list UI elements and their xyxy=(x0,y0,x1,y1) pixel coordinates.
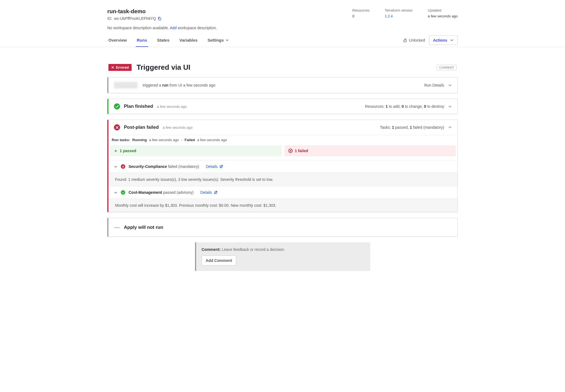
unlock-icon xyxy=(403,38,407,42)
actions-label: Actions xyxy=(433,38,447,42)
postplan-timestamp: a few seconds ago xyxy=(163,125,193,130)
minus-icon: — xyxy=(114,224,120,230)
details-label: Details xyxy=(206,164,218,169)
chevron-down-icon xyxy=(450,38,454,42)
tabs-row: Overview Runs States Variables Settings … xyxy=(0,35,565,47)
post-plan-panel: Post-plan failed a few seconds ago Tasks… xyxy=(107,120,458,212)
tab-overview[interactable]: Overview xyxy=(107,35,128,47)
chevron-down-icon[interactable] xyxy=(448,83,452,87)
workspace-id-value: ws-UbPffPooKLEFh8YQ xyxy=(114,16,156,21)
description-text: workspace description. xyxy=(178,26,217,30)
task-body: Found: 1 medium severity issues(s), 3 lo… xyxy=(108,173,457,186)
plan-timestamp: a few seconds ago xyxy=(157,104,187,109)
check-circle-icon xyxy=(121,190,125,195)
meta-resources: Resources 0 xyxy=(352,8,369,21)
lock-state[interactable]: Unlocked xyxy=(403,38,425,42)
tab-runs[interactable]: Runs xyxy=(136,35,148,47)
current-badge: CURRENT xyxy=(437,65,457,70)
passed-count-box: 1 passed xyxy=(110,145,282,156)
x-icon xyxy=(111,66,114,69)
plan-panel: Plan finished a few seconds ago Resource… xyxy=(107,99,458,114)
crumb-label: Run tasks: xyxy=(112,138,130,142)
chevron-down-icon[interactable] xyxy=(114,191,118,194)
task-item: Cost-Management passed (advisory) Detail… xyxy=(108,186,457,212)
external-link-icon xyxy=(219,165,223,168)
status-badge-errored: Errored xyxy=(108,64,132,71)
details-label: Details xyxy=(200,190,212,195)
passed-label: 1 passed xyxy=(120,149,136,153)
task-name: Cost-Management xyxy=(129,190,162,195)
tab-states[interactable]: States xyxy=(156,35,170,47)
avatar xyxy=(114,82,138,88)
comment-hint: Leave feedback or record a decision. xyxy=(222,247,285,252)
crumb-running: Running xyxy=(132,138,147,142)
meta-value: 0 xyxy=(352,14,369,18)
meta-updated: Updated a few seconds ago xyxy=(428,8,458,21)
lock-label: Unlocked xyxy=(409,38,425,42)
workspace-header: run-task-demo ID: ws-UbPffPooKLEFh8YQ Re… xyxy=(107,0,458,23)
terraform-version-link[interactable]: 1.2.4 xyxy=(385,14,412,18)
run-details-toggle[interactable]: Run Details xyxy=(424,83,444,87)
run-tasks-breadcrumb: Run tasks: Running a few seconds ago › F… xyxy=(108,135,457,145)
workspace-id-label: ID: xyxy=(107,16,112,21)
task-status-text: passed (advisory) xyxy=(163,190,194,195)
plus-icon xyxy=(114,149,118,153)
add-comment-button[interactable]: Add Comment xyxy=(202,256,236,265)
x-circle-icon xyxy=(114,124,120,130)
chevron-up-icon[interactable] xyxy=(448,125,452,129)
task-name: Security-Compliance xyxy=(129,164,167,169)
task-item: Security-Compliance failed (mandatory) D… xyxy=(108,160,457,186)
x-circle-icon xyxy=(121,164,125,169)
run-title: Triggered via UI xyxy=(137,63,432,72)
comment-box: Comment: Leave feedback or record a deci… xyxy=(195,242,370,271)
postplan-summary: Tasks: 1 passed, 1 failed (mandatory) xyxy=(380,125,444,130)
plan-summary: Resources: 1 to add, 0 to change, 0 to d… xyxy=(365,104,444,109)
run-header: Errored Triggered via UI CURRENT xyxy=(107,47,458,77)
badge-label: Errored xyxy=(116,65,129,69)
meta-value: a few seconds ago xyxy=(428,14,458,18)
apply-panel: — Apply will not run xyxy=(107,218,458,237)
workspace-id: ID: ws-UbPffPooKLEFh8YQ xyxy=(107,16,352,21)
chevron-right-icon: › xyxy=(181,138,182,142)
apply-title: Apply will not run xyxy=(124,225,163,230)
copy-id-icon[interactable] xyxy=(158,17,162,21)
comment-label: Comment: xyxy=(202,247,221,252)
meta-terraform-version: Terraform version 1.2.4 xyxy=(385,8,412,21)
status-split: 1 passed 1 failed xyxy=(108,145,457,160)
x-circle-icon xyxy=(288,149,293,153)
chevron-down-icon[interactable] xyxy=(448,104,452,108)
chevron-down-icon xyxy=(225,38,229,42)
meta-label: Resources xyxy=(352,8,369,12)
trigger-panel: triggered a run from UI a few seconds ag… xyxy=(107,77,458,93)
description-text: No workspace description available. xyxy=(107,26,169,30)
failed-label: 1 failed xyxy=(295,149,308,153)
meta-label: Terraform version xyxy=(385,8,412,12)
plan-title: Plan finished xyxy=(124,104,153,109)
tab-settings[interactable]: Settings xyxy=(206,35,230,47)
task-status-text: failed (mandatory) xyxy=(168,164,199,169)
actions-button[interactable]: Actions xyxy=(429,36,458,45)
tab-variables[interactable]: Variables xyxy=(178,35,199,47)
task-details-link[interactable]: Details xyxy=(200,190,218,195)
crumb-failed: Failed xyxy=(185,138,195,142)
crumb-ts: a few seconds ago xyxy=(197,138,227,142)
workspace-description: No workspace description available. Add … xyxy=(107,23,458,35)
check-circle-icon xyxy=(114,103,120,109)
workspace-title: run-task-demo xyxy=(107,8,352,15)
chevron-down-icon[interactable] xyxy=(114,165,118,168)
tab-label: Settings xyxy=(207,38,224,42)
postplan-title: Post-plan failed xyxy=(124,125,159,130)
failed-count-box: 1 failed xyxy=(284,145,456,156)
add-description-link[interactable]: Add xyxy=(170,26,177,30)
crumb-ts: a few seconds ago xyxy=(149,138,179,142)
task-body: Monthly cost will increase by $1,303. Pr… xyxy=(108,198,457,212)
external-link-icon xyxy=(214,190,218,194)
trigger-text: triggered a run from UI a few seconds ag… xyxy=(143,83,215,87)
task-details-link[interactable]: Details xyxy=(206,164,223,169)
meta-label: Updated xyxy=(428,8,458,12)
